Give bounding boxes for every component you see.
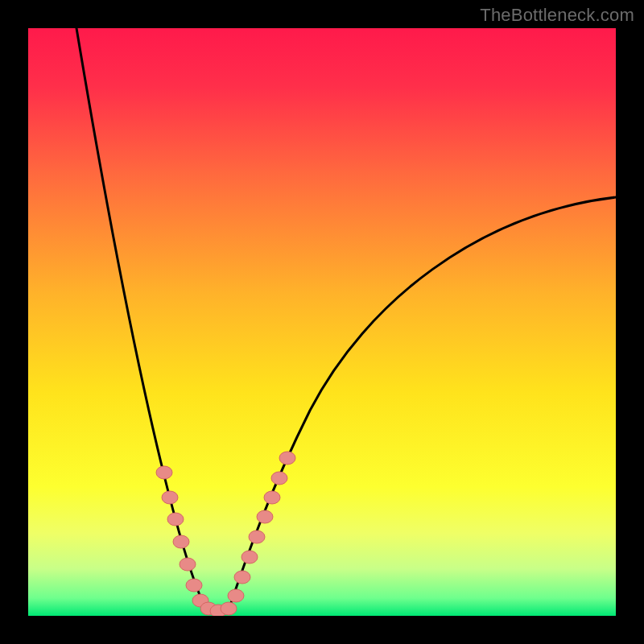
marker-point <box>279 452 295 464</box>
marker-point <box>180 558 196 571</box>
plot-area <box>28 28 616 616</box>
marker-point <box>257 510 273 523</box>
marker-point <box>173 535 189 548</box>
marker-point <box>234 571 250 584</box>
marker-point <box>242 551 258 564</box>
marker-point <box>167 513 184 526</box>
curve-layer <box>28 28 616 616</box>
chart-frame: TheBottleneck.com <box>0 0 644 644</box>
marker-point <box>156 466 172 479</box>
series-right-branch <box>229 197 616 608</box>
marker-point <box>264 491 280 504</box>
marker-point <box>249 530 265 543</box>
marker-point <box>162 491 178 504</box>
series-left-branch <box>76 28 205 608</box>
marker-point <box>228 589 244 602</box>
marker-point <box>186 579 202 592</box>
watermark-text: TheBottleneck.com <box>480 5 634 26</box>
marker-point <box>271 472 287 485</box>
marker-point <box>221 602 237 615</box>
